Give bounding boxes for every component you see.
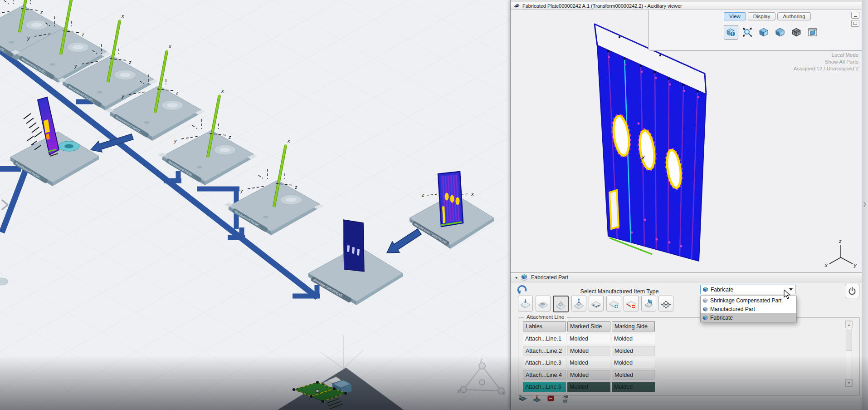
viewer-tab-bar: View Display Authoring: [724, 12, 811, 20]
table-header-row: Lables Marked Side Marking Side: [523, 321, 655, 331]
mouse-cursor: [784, 290, 791, 300]
aux-viewer-title: Fabricated Plate00000242 A.1 (Transform0…: [522, 3, 682, 9]
row-label[interactable]: Attach...Line.1: [523, 334, 566, 344]
scrollbar-thumb[interactable]: [846, 329, 852, 351]
table-row[interactable]: Attach...Line.2 Molded Molded: [523, 346, 655, 356]
column-header-marked[interactable]: Marked Side: [567, 321, 610, 331]
shrinkage-cube-icon: [702, 298, 708, 303]
zoom-fit-icon[interactable]: [740, 25, 755, 40]
option-label: Shrinkage Compensated Part: [710, 297, 781, 304]
fabricated-plate-model[interactable]: y: [595, 24, 706, 261]
viewer-axis-triad: z x y: [824, 238, 857, 268]
plate-add-icon[interactable]: [606, 296, 621, 311]
tab-authoring[interactable]: Authoring: [777, 12, 810, 20]
viewer-icon-row: i: [724, 25, 820, 40]
undo-icon[interactable]: [516, 284, 528, 296]
table-row[interactable]: Attach...Line.1 Molded Molded: [523, 334, 655, 344]
row-marking-side[interactable]: Molded: [612, 334, 655, 344]
item-type-dropdown[interactable]: Fabricate: [700, 285, 795, 294]
shaded-cube-icon[interactable]: [756, 25, 771, 40]
triad-label-z: z: [839, 238, 842, 244]
manufactured-cube-icon: [702, 306, 708, 312]
minimize-button[interactable]: [851, 12, 859, 19]
info-cube-icon[interactable]: i: [724, 25, 738, 40]
aux-viewer-titlebar[interactable]: Fabricated Plate00000242 A.1 (Transform0…: [511, 2, 862, 10]
select-item-type-label: Select Manufactured Item Type: [538, 288, 701, 295]
dropdown-value: Fabricate: [711, 287, 733, 293]
triad-label-y: y: [853, 262, 857, 268]
triad-label-x: x: [824, 262, 828, 268]
attachment-line-group-label: Attachment Line: [524, 314, 567, 320]
row-marking-side[interactable]: Molded: [612, 346, 655, 356]
window-controls: [851, 12, 859, 27]
plate-remove-icon[interactable]: [624, 296, 639, 311]
plate-hole-icon[interactable]: [536, 296, 551, 311]
option-label: Fabricate: [710, 315, 733, 321]
column-header-lables[interactable]: Lables: [523, 321, 566, 331]
fabricated-part-icon: [521, 274, 528, 281]
option-label: Manufactured Part: [710, 306, 755, 312]
svg-text:i: i: [732, 32, 733, 36]
status-show-all-parts: Show All Parts: [794, 59, 858, 65]
stamp-line-icon[interactable]: [571, 296, 586, 311]
stamp-icon[interactable]: [553, 296, 569, 312]
right-panel-expander-icon[interactable]: ❯: [863, 201, 867, 207]
panel-title: Fabricated Part: [531, 274, 568, 281]
fabricated-part-header[interactable]: ▾ Fabricated Part: [511, 273, 862, 282]
restore-button[interactable]: [851, 20, 859, 27]
row-label[interactable]: Attach...Line.2: [523, 346, 566, 356]
option-shrinkage-compensated-part[interactable]: Shrinkage Compensated Part: [701, 296, 796, 305]
power-icon: [847, 286, 857, 296]
aux-3d-viewer[interactable]: y z x y View Displa: [511, 10, 862, 272]
row-marked-side[interactable]: Molded: [567, 346, 610, 356]
row-marked-side[interactable]: Molded: [567, 334, 610, 344]
collapse-chevron-icon[interactable]: ▾: [515, 275, 517, 280]
commit-power-button[interactable]: [845, 284, 859, 298]
status-assignment-count: Assigned:12 / Unassigned:2: [794, 65, 858, 72]
place-plate-icon[interactable]: [518, 296, 533, 311]
shaded-cube-alt-icon[interactable]: [773, 25, 787, 40]
fabricate-cube-icon: [702, 315, 708, 321]
flange-icon[interactable]: [641, 296, 656, 311]
application-window: Manufactured Part00... y z x: [0, 0, 868, 410]
grid-cube-icon[interactable]: [789, 25, 804, 40]
axis-label-x: x: [471, 191, 474, 197]
tab-display[interactable]: Display: [748, 12, 776, 20]
status-local-mode: Local Mode: [794, 52, 858, 59]
aux-viewer-app-icon: [513, 3, 520, 9]
option-fabricate[interactable]: Fabricate: [701, 313, 796, 322]
shrinkage-panel[interactable]: [343, 220, 364, 272]
mesh-icon[interactable]: [658, 296, 673, 311]
viewer-status-text: Local Mode Show All Parts Assigned:12 / …: [794, 52, 858, 72]
plate-clamps-icon[interactable]: [589, 296, 604, 311]
tab-view[interactable]: View: [724, 12, 746, 20]
scroll-up-icon[interactable]: ▲: [845, 321, 853, 328]
section-view-icon[interactable]: [805, 25, 820, 40]
viewer-toolbar: View Display Authoring i: [648, 10, 862, 51]
axis-label-z: z: [421, 192, 424, 198]
fabricate-cube-icon: [702, 287, 708, 292]
bottom-fade-overlay: [0, 356, 868, 410]
auxiliary-viewer-window: Fabricated Plate00000242 A.1 (Transform0…: [510, 0, 862, 410]
item-type-dropdown-list: Shrinkage Compensated Part Manufactured …: [700, 296, 797, 322]
right-margin-strip: ❯: [862, 0, 868, 410]
option-manufactured-part[interactable]: Manufactured Part: [701, 305, 796, 313]
item-type-icon-row: [518, 296, 673, 312]
column-header-marking[interactable]: Marking Side: [612, 321, 655, 331]
